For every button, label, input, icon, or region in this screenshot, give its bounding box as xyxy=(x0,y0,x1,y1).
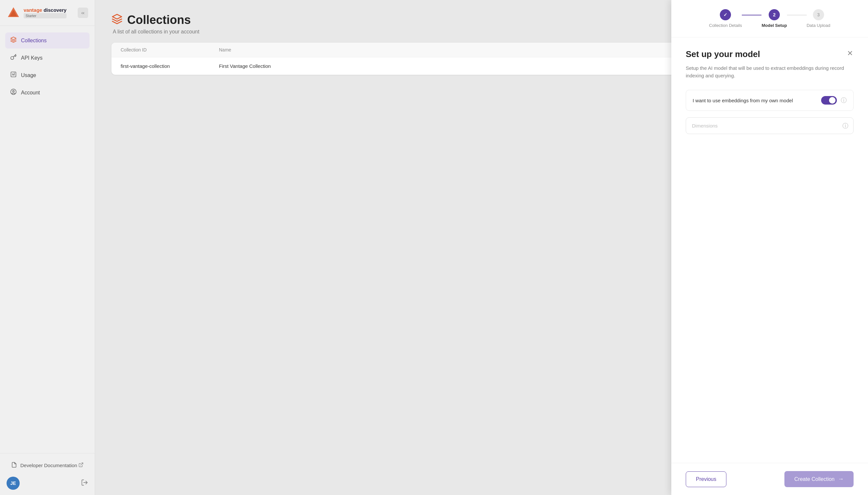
circle-user-icon xyxy=(10,88,17,97)
dimensions-input[interactable] xyxy=(686,117,854,134)
wizard-step-collection-details: ✓ Collection Details xyxy=(709,9,742,28)
sidebar-nav: Collections API Keys Usage xyxy=(0,26,95,453)
sidebar-item-label-usage: Usage xyxy=(21,72,36,78)
step-circle-1: ✓ xyxy=(720,9,731,20)
page-title: Collections xyxy=(127,13,191,27)
svg-marker-3 xyxy=(11,37,16,40)
dimensions-info-icon[interactable]: ⓘ xyxy=(843,122,848,130)
toggle-row: I want to use embeddings from my own mod… xyxy=(686,90,854,111)
panel-title-row: Set up your model ✕ xyxy=(686,49,854,59)
col-header-id: Collection ID xyxy=(121,47,219,52)
sidebar-item-account[interactable]: Account xyxy=(5,85,89,101)
panel-body: Set up your model ✕ Setup the AI model t… xyxy=(671,37,868,463)
user-avatar: JE xyxy=(6,477,20,490)
user-row: JE xyxy=(6,477,88,490)
vantage-logo-icon xyxy=(6,6,20,20)
step-circle-2: 2 xyxy=(769,9,780,20)
step-label-3: Data Upload xyxy=(807,23,830,28)
step-connector-1 xyxy=(742,15,762,15)
external-link-icon xyxy=(79,462,84,468)
sidebar-item-api-keys[interactable]: API Keys xyxy=(5,50,89,66)
sidebar: vantage discovery Starter ‹‹ Collections xyxy=(0,0,95,495)
sidebar-header: vantage discovery Starter ‹‹ xyxy=(0,0,95,26)
previous-button[interactable]: Previous xyxy=(686,472,726,487)
svg-marker-12 xyxy=(112,14,122,19)
create-collection-button[interactable]: Create Collection → xyxy=(784,471,854,487)
close-button[interactable]: ✕ xyxy=(846,49,854,58)
collections-icon xyxy=(111,14,123,27)
cell-collection-id: first-vantage-collection xyxy=(121,63,219,69)
svg-line-10 xyxy=(81,463,83,465)
step-connector-2 xyxy=(787,15,807,15)
step-circle-3: 3 xyxy=(813,9,824,20)
panel-title: Set up your model xyxy=(686,49,760,59)
dev-docs-label: Developer Documentation xyxy=(20,463,77,468)
wizard-step-data-upload: 3 Data Upload xyxy=(807,9,830,28)
toggle-switch[interactable] xyxy=(821,96,837,105)
layers-icon xyxy=(10,36,17,45)
wizard-step-model-setup: 2 Model Setup xyxy=(762,9,787,28)
starter-badge: Starter xyxy=(23,13,67,18)
panel-footer: Previous Create Collection → xyxy=(671,463,868,495)
dev-docs-left: Developer Documentation xyxy=(11,462,77,469)
panel-description: Setup the AI model that will be used to … xyxy=(686,65,854,79)
sidebar-item-label-api-keys: API Keys xyxy=(21,55,42,61)
logo-name: vantage discovery xyxy=(23,7,67,13)
key-icon xyxy=(10,54,17,62)
logo-area: vantage discovery Starter xyxy=(6,6,67,20)
create-collection-label: Create Collection xyxy=(794,476,835,482)
sidebar-item-usage[interactable]: Usage xyxy=(5,67,89,83)
file-icon xyxy=(11,462,17,469)
dev-docs-link[interactable]: Developer Documentation xyxy=(6,459,88,472)
sidebar-item-label-collections: Collections xyxy=(21,38,47,44)
svg-point-9 xyxy=(13,90,14,92)
chart-icon xyxy=(10,71,17,79)
sidebar-item-label-account: Account xyxy=(21,90,40,96)
main-content: Collections A list of all collections in… xyxy=(95,0,868,495)
sidebar-footer: Developer Documentation JE xyxy=(0,453,95,495)
create-arrow-icon: → xyxy=(838,476,844,482)
toggle-info-icon[interactable]: ⓘ xyxy=(841,96,847,104)
logout-button[interactable] xyxy=(81,479,88,488)
logo-text: vantage discovery Starter xyxy=(23,7,67,18)
step-label-1: Collection Details xyxy=(709,23,742,28)
step-label-2: Model Setup xyxy=(762,23,787,28)
sidebar-collapse-button[interactable]: ‹‹ xyxy=(78,7,88,18)
toggle-label: I want to use embeddings from my own mod… xyxy=(693,98,821,103)
wizard-steps: ✓ Collection Details 2 Model Setup 3 Dat… xyxy=(671,0,868,37)
toggle-right: ⓘ xyxy=(821,96,847,105)
dimensions-field-wrapper: ⓘ xyxy=(686,117,854,134)
sidebar-item-collections[interactable]: Collections xyxy=(5,32,89,49)
right-panel: ✓ Collection Details 2 Model Setup 3 Dat… xyxy=(671,0,868,495)
